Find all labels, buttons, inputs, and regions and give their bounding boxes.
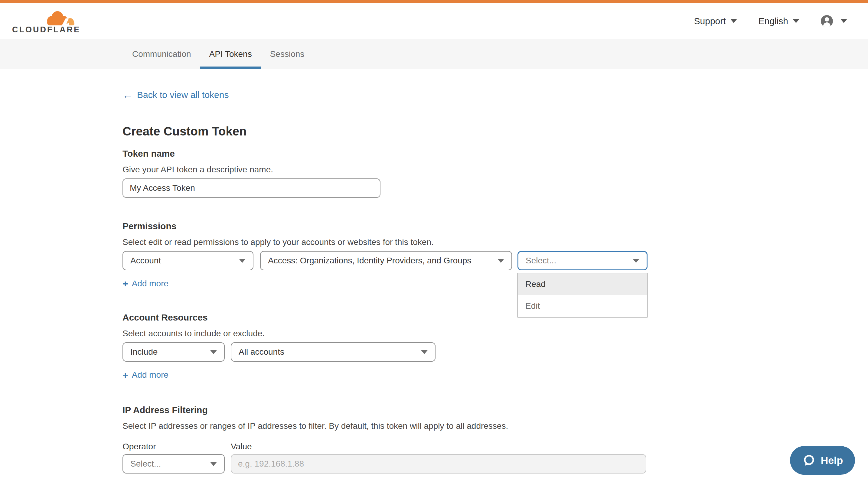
tab-api-tokens[interactable]: API Tokens	[200, 39, 261, 69]
resource-mode-select[interactable]: Include	[123, 342, 225, 362]
support-menu[interactable]: Support	[694, 16, 737, 26]
access-option-edit[interactable]: Edit	[518, 295, 647, 317]
brand-top-bar	[0, 0, 868, 3]
permission-group-value: Access: Organizations, Identity Provider…	[268, 256, 471, 265]
resource-mode-value: Include	[130, 347, 158, 357]
operator-label: Operator	[123, 442, 231, 452]
access-dropdown-menu: Read Edit	[518, 273, 648, 318]
permission-access-select[interactable]: Select...	[518, 251, 648, 270]
cloudflare-logo-text: CLOUDFLARE	[12, 25, 81, 34]
ip-value-input[interactable]	[231, 454, 646, 474]
back-to-tokens-link[interactable]: ← Back to view all tokens	[123, 90, 229, 100]
permissions-heading: Permissions	[123, 221, 745, 232]
cloudflare-logo[interactable]: CLOUDFLARE	[12, 7, 77, 36]
chevron-down-icon	[239, 259, 246, 263]
chevron-down-icon	[633, 259, 639, 263]
account-resources-heading: Account Resources	[123, 312, 745, 323]
chevron-down-icon	[497, 259, 504, 263]
tab-sessions[interactable]: Sessions	[261, 39, 314, 69]
chevron-down-icon	[421, 350, 428, 354]
permission-group-select[interactable]: Access: Organizations, Identity Provider…	[260, 251, 512, 270]
ip-filtering-row: Select...	[123, 454, 745, 474]
permission-access-placeholder: Select...	[526, 256, 556, 265]
speech-bubble-icon	[802, 454, 816, 468]
chevron-down-icon	[731, 19, 737, 23]
app-header: CLOUDFLARE Support English	[0, 3, 868, 39]
user-avatar-icon	[821, 15, 833, 27]
support-menu-label: Support	[694, 16, 726, 26]
profile-tab-bar: Communication API Tokens Sessions	[0, 39, 868, 69]
account-menu[interactable]	[821, 15, 847, 27]
permission-scope-value: Account	[130, 256, 161, 265]
access-option-read[interactable]: Read	[518, 274, 647, 295]
main-content: ← Back to view all tokens Create Custom …	[0, 69, 868, 474]
resource-target-select[interactable]: All accounts	[231, 342, 435, 362]
token-name-description: Give your API token a descriptive name.	[123, 164, 745, 175]
tab-communication[interactable]: Communication	[123, 39, 200, 69]
permission-scope-select[interactable]: Account	[123, 251, 253, 270]
ip-operator-placeholder: Select...	[130, 459, 161, 469]
help-button[interactable]: Help	[790, 446, 855, 475]
account-resources-add-more-label: Add more	[132, 369, 168, 380]
left-arrow-icon: ←	[123, 90, 133, 100]
ip-operator-select[interactable]: Select...	[123, 454, 225, 474]
account-resources-add-more-link[interactable]: + Add more	[123, 369, 168, 380]
chevron-down-icon	[210, 350, 217, 354]
cloudflare-cloud-icon	[43, 9, 75, 27]
chevron-down-icon	[793, 19, 799, 23]
ip-filtering-description: Select IP addresses or ranges of IP addr…	[123, 421, 745, 431]
chevron-down-icon	[841, 19, 847, 23]
chevron-down-icon	[210, 462, 217, 466]
permissions-description: Select edit or read permissions to apply…	[123, 237, 745, 247]
account-resources-description: Select accounts to include or exclude.	[123, 328, 745, 339]
value-label: Value	[231, 442, 252, 452]
back-link-label: Back to view all tokens	[137, 90, 229, 100]
language-menu-label: English	[758, 16, 788, 26]
ip-filtering-labels: Operator Value	[123, 442, 745, 452]
permissions-add-more-link[interactable]: + Add more	[123, 278, 168, 289]
account-resources-row: Include All accounts	[123, 342, 745, 362]
plus-icon: +	[123, 278, 128, 289]
permissions-row: Account Access: Organizations, Identity …	[123, 251, 745, 270]
permissions-add-more-label: Add more	[132, 278, 168, 289]
token-name-heading: Token name	[123, 148, 745, 159]
ip-filtering-heading: IP Address Filtering	[123, 405, 745, 415]
resource-target-value: All accounts	[239, 347, 284, 357]
language-menu[interactable]: English	[758, 16, 799, 26]
token-name-input[interactable]	[123, 179, 380, 198]
help-button-label: Help	[821, 454, 843, 466]
page-title: Create Custom Token	[123, 124, 745, 138]
plus-icon: +	[123, 369, 128, 380]
